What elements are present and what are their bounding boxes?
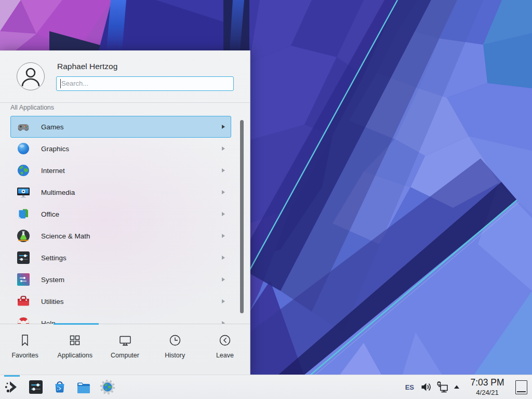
tab-applications[interactable]: Applications (50, 324, 100, 376)
bookmark-icon (18, 333, 32, 348)
app-category-label: Graphics (41, 145, 69, 153)
show-desktop-button[interactable] (515, 380, 527, 394)
settings-icon (17, 251, 30, 264)
launcher-tab-bar: FavoritesApplicationsComputerHistoryLeav… (0, 324, 250, 376)
app-category-games[interactable]: Games (0, 116, 250, 138)
submenu-arrow-icon (222, 277, 225, 282)
app-category-science-math[interactable]: Science & Math (0, 225, 250, 247)
section-label: All Applications (10, 104, 54, 111)
globe-icon (17, 164, 30, 177)
discover-icon (51, 379, 68, 395)
clock-date: 4/24/21 (466, 389, 509, 396)
help-lifering-icon (17, 316, 30, 324)
system-settings-button[interactable] (28, 377, 44, 397)
app-category-office[interactable]: Office (0, 203, 250, 225)
app-category-list: GamesGraphicsInternetMultimediaOfficeSci… (0, 116, 250, 324)
app-category-internet[interactable]: Internet (0, 159, 250, 181)
volume-icon[interactable] (420, 381, 432, 393)
clock-time: 7:03 PM (466, 378, 509, 388)
app-category-settings[interactable]: Settings (0, 247, 250, 269)
clock-icon (168, 333, 182, 348)
leave-circle-icon (218, 333, 232, 348)
science-flask-icon (17, 229, 30, 243)
show-desktop-glyph (517, 391, 526, 392)
application-launcher-button[interactable] (4, 377, 20, 397)
app-category-label: Settings (41, 254, 66, 262)
active-task-indicator (4, 375, 20, 377)
app-category-label: Internet (41, 167, 65, 175)
user-avatar-icon[interactable] (17, 62, 45, 90)
tab-history[interactable]: History (150, 324, 200, 376)
taskbar-launchers (0, 377, 123, 397)
taskbar: ES (0, 375, 532, 399)
submenu-arrow-icon (222, 256, 225, 260)
system-tray: ES (405, 375, 532, 399)
application-launcher-menu: Raphael Hertzog Search... All Applicatio… (0, 50, 250, 376)
dolphin-icon (75, 379, 92, 395)
submenu-arrow-icon (222, 168, 225, 172)
file-manager-button[interactable] (75, 377, 92, 397)
app-category-label: Office (41, 210, 59, 218)
system-icon (17, 273, 30, 286)
app-category-help[interactable]: Help (0, 312, 250, 324)
submenu-arrow-icon (222, 212, 225, 216)
discover-button[interactable] (51, 377, 68, 397)
search-input[interactable]: Search... (56, 76, 234, 91)
gamepad-icon (17, 120, 30, 134)
submenu-arrow-icon (222, 147, 225, 151)
multimedia-icon (17, 185, 30, 199)
kickoff-icon (4, 379, 20, 395)
app-category-multimedia[interactable]: Multimedia (0, 181, 250, 203)
text-caret (60, 79, 61, 88)
network-icon[interactable] (436, 381, 449, 393)
office-doc-icon (17, 207, 30, 221)
app-category-label: Science & Math (41, 232, 90, 240)
tab-favorites[interactable]: Favorites (0, 324, 50, 376)
launcher-header: Raphael Hertzog Search... (0, 51, 250, 103)
web-browser-button[interactable] (99, 377, 116, 397)
user-name: Raphael Hertzog (57, 62, 117, 71)
submenu-arrow-icon (222, 125, 225, 129)
submenu-arrow-icon (222, 299, 225, 303)
graphics-ball-icon (17, 142, 30, 155)
keyboard-layout-indicator[interactable]: ES (405, 383, 414, 391)
browser-icon (99, 379, 116, 395)
tab-label: Leave (216, 352, 234, 359)
tab-computer[interactable]: Computer (100, 324, 150, 376)
expand-tray-caret-icon[interactable] (453, 383, 460, 391)
app-category-system[interactable]: System (0, 269, 250, 290)
desktop: Raphael Hertzog Search... All Applicatio… (0, 0, 532, 399)
tab-label: Computer (111, 352, 139, 359)
systemsettings-icon (28, 379, 44, 395)
search-placeholder: Search... (61, 79, 88, 87)
tab-label: Favorites (11, 352, 38, 359)
app-category-label: Multimedia (41, 189, 75, 196)
monitor-icon (118, 333, 132, 348)
digital-clock[interactable]: 7:03 PM 4/24/21 (466, 378, 509, 396)
app-grid-icon (68, 333, 82, 348)
app-category-utilities[interactable]: Utilities (0, 290, 250, 312)
active-tab-indicator (54, 323, 99, 325)
submenu-arrow-icon (222, 190, 225, 194)
app-category-label: System (41, 276, 64, 284)
submenu-arrow-icon (222, 234, 225, 238)
app-category-graphics[interactable]: Graphics (0, 138, 250, 159)
app-category-label: Games (41, 123, 64, 131)
tab-label: History (165, 352, 185, 359)
app-category-label: Utilities (41, 298, 64, 305)
scrollbar[interactable] (240, 120, 244, 313)
tab-label: Applications (58, 352, 92, 359)
tab-leave[interactable]: Leave (200, 324, 250, 376)
utilities-toolbox-icon (17, 295, 30, 308)
